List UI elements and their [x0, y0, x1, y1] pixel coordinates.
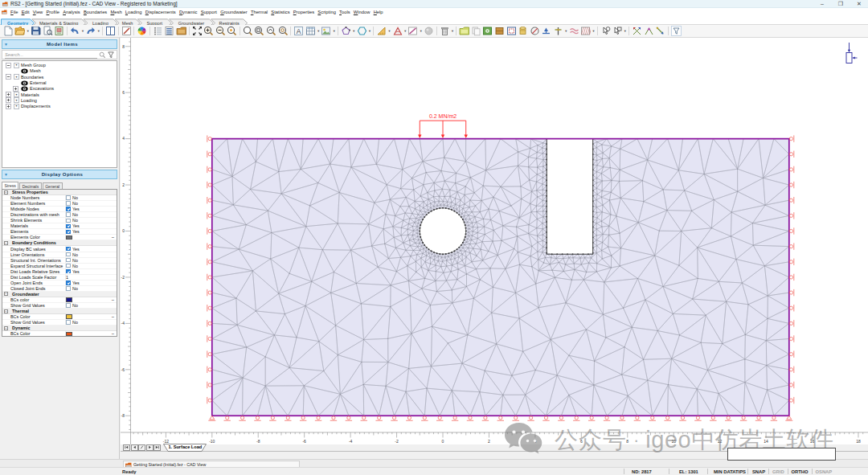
toolbar-filter-icon[interactable]: [671, 26, 682, 36]
grid-row-midside-nodes[interactable]: Midside NodesYes: [2, 207, 117, 212]
tree-item-materials[interactable]: ▼Materials: [2, 92, 117, 97]
grid-row-element-numbers[interactable]: Element NumbersNo: [2, 201, 117, 207]
toolbar-redo-icon[interactable]: [85, 26, 96, 36]
grid-row-closed-joint-ends[interactable]: Closed Joint EndsNo: [2, 286, 117, 292]
search-icon[interactable]: [99, 51, 106, 59]
color-picker-button[interactable]: –: [112, 314, 114, 319]
display-tab-stress[interactable]: Stress: [2, 182, 18, 190]
toolbar-project-folder-icon[interactable]: [176, 26, 186, 36]
section-collapse-icon[interactable]: −: [4, 190, 8, 195]
tree-item-external[interactable]: External: [2, 80, 117, 85]
checkbox-checked[interactable]: [66, 230, 71, 235]
grid-row-bcs-color[interactable]: BCs Color–: [2, 314, 117, 320]
color-swatch[interactable]: [66, 297, 72, 302]
grid-row-dist-loads-scale-factor[interactable]: Dist Loads Scale Factor1: [2, 275, 117, 280]
visibility-eye-icon[interactable]: [21, 86, 28, 92]
toolbar-select-boundary-alt-icon[interactable]: [612, 26, 622, 36]
stage-nav-prev-button[interactable]: [131, 444, 138, 451]
status-datatips-mode[interactable]: MIN DATATIPS: [714, 469, 746, 474]
expand-expander-icon[interactable]: [6, 92, 11, 97]
collapse-expander-icon[interactable]: [6, 74, 11, 80]
section-collapse-icon[interactable]: −: [4, 326, 8, 330]
checkbox-unchecked[interactable]: [66, 219, 71, 223]
menu-displacements[interactable]: Displacements: [144, 10, 178, 14]
toolbar-split-view-icon[interactable]: [105, 26, 116, 36]
grid-row-elements[interactable]: ElementsYes: [2, 229, 117, 235]
menu-analysis[interactable]: Analysis: [61, 10, 82, 14]
toolbar-hatch-region-icon[interactable]: [580, 26, 591, 36]
tree-item-displacements[interactable]: ▼Displacements: [2, 104, 117, 109]
grid-row-structural-int-orientations[interactable]: Structural Int. OrientationsNo: [2, 258, 117, 264]
menu-mesh[interactable]: Mesh: [108, 10, 123, 14]
status-toggle-osnap[interactable]: OSNAP: [813, 469, 836, 474]
toolbar-zoom-excavation-icon[interactable]: [243, 26, 253, 36]
grid-row-bcs-color[interactable]: BCs color–: [2, 297, 117, 303]
menu-loading[interactable]: Loading: [124, 10, 144, 14]
toolbar-zoom-redo-icon[interactable]: [278, 26, 289, 36]
grid-section-boundary-conditions[interactable]: −Boundary Conditions: [2, 240, 117, 246]
menu-scripting[interactable]: Scripting: [316, 10, 338, 14]
expand-expander-icon[interactable]: [6, 97, 11, 103]
toolbar-delete-icon[interactable]: [440, 26, 450, 36]
grid-row-show-grid-values[interactable]: Show Grid ValuesNo: [2, 303, 117, 309]
toolbar-polygon-tool-dropdown[interactable]: ▼: [367, 26, 371, 36]
grid-row-node-numbers[interactable]: Node NumbersNo: [2, 195, 117, 201]
toolbar-image-options-icon[interactable]: [321, 26, 331, 36]
menu-properties[interactable]: Properties: [292, 10, 317, 14]
stage-nav-last-button[interactable]: [154, 444, 161, 451]
toolbar-waves-icon[interactable]: [569, 26, 579, 36]
toolbar-redo-dropdown[interactable]: ▼: [96, 26, 100, 36]
toolbar-select-boundary-icon[interactable]: [600, 26, 611, 36]
display-tab-general[interactable]: General: [43, 182, 63, 190]
toolbar-print-preview-icon[interactable]: [43, 26, 53, 36]
toolbar-sketch-icon[interactable]: [121, 26, 132, 36]
toolbar-zoom-in-icon[interactable]: [203, 26, 214, 36]
toolbar-grid-icon[interactable]: [305, 26, 316, 36]
checkbox-checked[interactable]: [66, 280, 71, 285]
toolbar-zoom-undo-icon[interactable]: [266, 26, 276, 36]
toolbar-grid-dropdown[interactable]: ▼: [317, 26, 321, 36]
collapse-expander-icon[interactable]: [6, 63, 11, 68]
toolbar-zoom-all-icon[interactable]: [192, 26, 203, 36]
tree-dropdown-icon[interactable]: ▼: [14, 104, 19, 109]
checkbox-unchecked[interactable]: [66, 258, 71, 263]
section-collapse-icon[interactable]: −: [4, 241, 8, 245]
grid-row-dist-loads-relative-sizes[interactable]: Dist Loads Relative SizesYes: [2, 269, 117, 275]
tree-dropdown-icon[interactable]: ▼: [14, 97, 19, 103]
checkbox-checked[interactable]: [66, 247, 71, 252]
color-swatch[interactable]: [66, 235, 72, 240]
menu-statistics[interactable]: Statistics: [269, 10, 291, 14]
menu-edit[interactable]: Edit: [20, 10, 31, 14]
status-toggle-ortho[interactable]: ORTHO: [788, 469, 812, 474]
menu-thermal[interactable]: Thermal: [249, 10, 269, 14]
color-swatch[interactable]: [66, 314, 72, 319]
toolbar-image-options-dropdown[interactable]: ▼: [332, 26, 336, 36]
menu-profile[interactable]: Profile: [44, 10, 61, 14]
checkbox-unchecked[interactable]: [66, 201, 71, 206]
display-options-header[interactable]: ▼ Display Options: [2, 170, 117, 179]
toolbar-open-file-icon[interactable]: [14, 26, 25, 36]
menu-groundwater[interactable]: Groundwater: [219, 10, 249, 14]
toolbar-angle-tool-icon[interactable]: [392, 26, 403, 36]
grid-row-materials[interactable]: MaterialsYes: [2, 223, 117, 229]
checkbox-unchecked[interactable]: [66, 320, 71, 325]
stage-nav-next-button[interactable]: [146, 444, 154, 451]
menu-dynamic[interactable]: Dynamic: [178, 10, 199, 14]
toolbar-measure-dropdown[interactable]: ▼: [387, 26, 391, 36]
toolbar-open-file-dropdown[interactable]: ▼: [26, 26, 30, 36]
toolbar-edit-tool-icon[interactable]: [407, 26, 418, 36]
toolbar-box-tool-icon[interactable]: [494, 26, 505, 36]
grid-row-expand-structural-interface[interactable]: Expand Structural InterfaceNo: [2, 264, 117, 269]
toolbar-select-boundary-alt-dropdown[interactable]: ▼: [623, 26, 627, 36]
toolbar-annotation-icon[interactable]: A: [293, 26, 304, 36]
grid-section-thermal[interactable]: −Thermal: [2, 309, 117, 314]
checkbox-checked[interactable]: [66, 207, 71, 211]
tree-item-mesh[interactable]: Mesh: [2, 68, 117, 74]
menu-boundaries[interactable]: Boundaries: [82, 10, 109, 14]
toolbar-zoom-out-icon[interactable]: [215, 26, 226, 36]
grid-row-shrink-elements[interactable]: Shrink ElementsNo: [2, 218, 117, 223]
grid-section-dynamic[interactable]: −Dynamic: [2, 326, 117, 331]
toolbar-measure-icon[interactable]: [376, 26, 387, 36]
tree-dropdown-icon[interactable]: ▼: [14, 74, 19, 80]
toolbar-delete-vertices-icon[interactable]: [655, 26, 665, 36]
